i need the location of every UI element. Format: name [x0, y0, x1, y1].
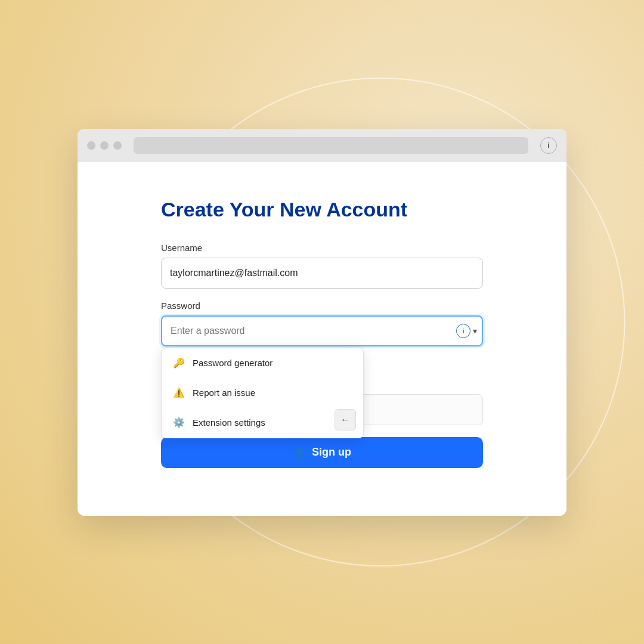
password-group: Password i ▾ 🔑 Password generator ⚠️ Rep… [161, 301, 483, 346]
onepassword-extension-icon[interactable]: i [540, 137, 557, 154]
chevron-down-icon[interactable]: ▾ [473, 327, 477, 335]
dropdown-item-label: Password generator [193, 358, 273, 368]
password-label: Password [161, 301, 483, 311]
browser-titlebar: i [78, 129, 566, 162]
traffic-light-close [87, 141, 95, 150]
back-arrow-icon: ← [340, 414, 350, 425]
dropdown-item-label: Report an issue [193, 388, 255, 398]
password-dropdown-menu: 🔑 Password generator ⚠️ Report an issue … [161, 348, 364, 438]
onepassword-icon[interactable]: i [456, 324, 470, 338]
warning-icon: ⚠️ [172, 386, 185, 400]
password-input[interactable] [161, 315, 483, 346]
user-icon: 👤 [293, 446, 306, 459]
password-field-wrapper: i ▾ 🔑 Password generator ⚠️ Report an is… [161, 315, 483, 346]
traffic-lights [87, 141, 122, 150]
key-icon: 🔑 [172, 357, 185, 370]
traffic-light-minimize [100, 141, 109, 150]
signup-button[interactable]: 👤 Sign up [161, 437, 483, 468]
dropdown-item-password-generator[interactable]: 🔑 Password generator [162, 348, 363, 378]
username-label: Username [161, 243, 483, 253]
traffic-light-maximize [113, 141, 122, 150]
signup-label: Sign up [312, 446, 351, 459]
address-bar[interactable] [134, 137, 528, 154]
username-group: Username [161, 243, 483, 289]
dropdown-item-extension-settings[interactable]: ⚙️ Extension settings [162, 408, 363, 438]
browser-window: i Create Your New Account Username Passw… [78, 129, 566, 516]
page-title: Create Your New Account [161, 198, 483, 221]
gear-icon: ⚙️ [172, 416, 185, 429]
dropdown-back-button[interactable]: ← [335, 409, 356, 431]
password-icons: i ▾ [456, 324, 477, 338]
dropdown-item-label: Extension settings [193, 417, 265, 428]
browser-content: Create Your New Account Username Passwor… [78, 162, 566, 516]
dropdown-item-report-issue[interactable]: ⚠️ Report an issue [162, 378, 363, 408]
username-input[interactable] [161, 258, 483, 289]
